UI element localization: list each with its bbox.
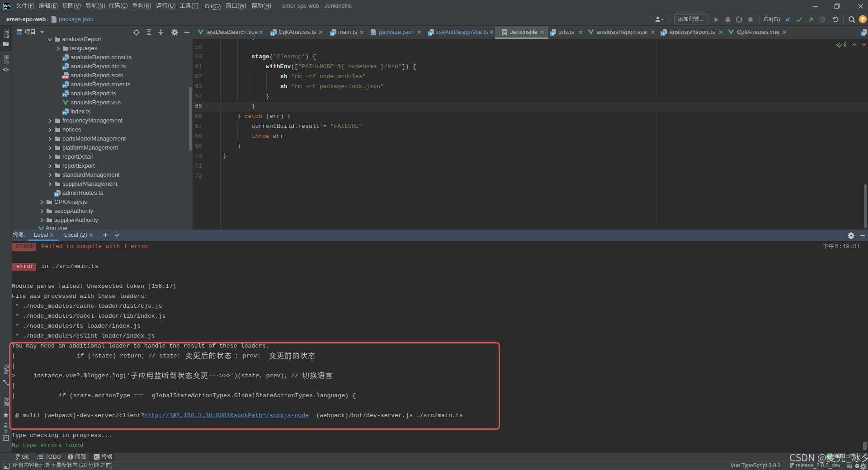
svg-text:{..}: {..}	[370, 31, 377, 34]
svg-text:TS: TS	[271, 32, 275, 35]
svg-text:TS: TS	[63, 93, 67, 96]
svg-text:TS: TS	[330, 32, 335, 35]
svg-text:TS: TS	[428, 32, 432, 35]
svg-text:TS: TS	[55, 193, 59, 196]
svg-text:SASS: SASS	[62, 75, 69, 78]
svg-text:TS: TS	[63, 57, 67, 60]
svg-text:WS: WS	[4, 4, 10, 8]
svg-text:TS: TS	[63, 84, 67, 87]
svg-text:{..}: {..}	[51, 19, 57, 22]
svg-text:TS: TS	[550, 32, 554, 35]
svg-text:TS: TS	[63, 111, 67, 114]
svg-text:TS: TS	[63, 66, 67, 69]
svg-text:TS: TS	[861, 32, 865, 35]
svg-text:TS: TS	[661, 32, 665, 35]
svg-text:?: ?	[856, 465, 858, 468]
